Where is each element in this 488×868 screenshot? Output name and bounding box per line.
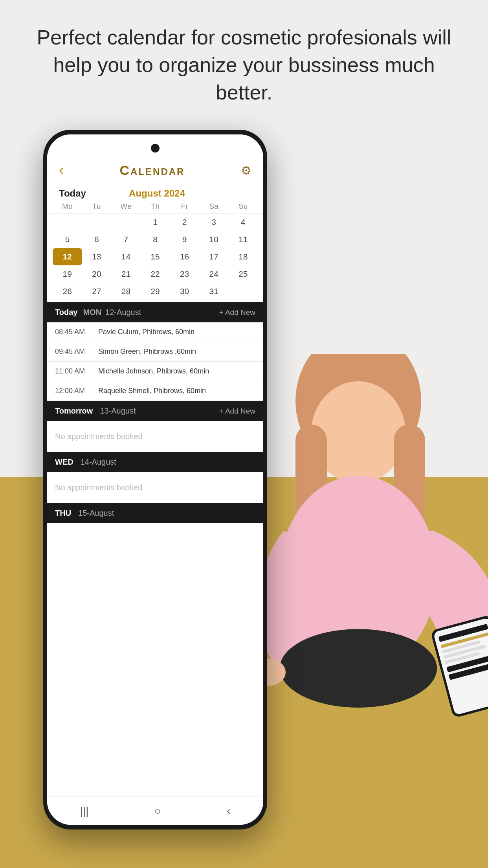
cal-cell[interactable] [82,213,112,231]
app-content: ‹ Calendar ⚙ Today August 2024 Mo Tu We … [47,134,263,825]
sched-date-12: 12-August [105,308,215,317]
cal-cell-5[interactable]: 5 [53,231,82,248]
appt-desc: Simon Green, Phibrows ,60min [98,348,196,356]
back-button[interactable]: ‹ [59,162,64,178]
cal-cell-11[interactable]: 11 [228,231,258,248]
cal-cell-17[interactable]: 17 [199,248,229,265]
sched-today-label: Today [55,308,77,317]
day-su: Su [228,202,258,211]
schedule-header-tomorrow: Tomorrow 13-August + Add New [47,401,263,421]
sched-tomorrow-label: Tomorrow [55,406,93,416]
cal-cell-29[interactable]: 29 [141,283,170,300]
month-label: August 2024 [129,188,185,199]
sched-date-13: 13-August [100,406,215,416]
add-new-button-today[interactable]: + Add New [219,308,255,317]
day-tu: Tu [82,202,112,211]
schedule-header-wed: WED 14-August [47,452,263,472]
no-appointments-wed: No appointments booked [47,472,263,503]
day-we: We [111,202,141,211]
cal-cell-3[interactable]: 3 [199,213,229,231]
cal-cell-22[interactable]: 22 [141,265,170,283]
cal-cell[interactable] [111,213,141,231]
cal-cell-27[interactable]: 27 [82,283,112,300]
cal-cell-31[interactable]: 31 [199,283,229,300]
cal-cell-16[interactable]: 16 [170,248,199,265]
cal-cell-10[interactable]: 10 [199,231,229,248]
cal-cell-12-today[interactable]: 12 [53,248,82,265]
day-sa: Sa [199,202,229,211]
nav-recents-icon[interactable]: ||| [80,805,89,817]
cal-cell-20[interactable]: 20 [82,265,112,283]
gear-icon[interactable]: ⚙ [241,164,251,177]
cal-cell[interactable] [53,213,82,231]
cal-cell-21[interactable]: 21 [111,265,141,283]
appt-row[interactable]: 12:00 AM Raquelle Shmell, Phibrows, 60mi… [47,381,263,401]
sched-wed-label: WED [55,458,73,467]
schedule-section: Today MON 12-August + Add New 08:45 AM P… [47,302,263,523]
nav-back-icon[interactable]: ‹ [227,805,230,817]
cal-cell-13[interactable]: 13 [82,248,112,265]
day-fr: Fr [170,202,199,211]
cal-cell-2[interactable]: 2 [170,213,199,231]
appt-row[interactable]: 09:45 AM Simon Green, Phibrows ,60min [47,342,263,362]
cal-cell-23[interactable]: 23 [170,265,199,283]
appt-row[interactable]: 11:00 AM Michelle Johnson, Phibrows, 60m… [47,362,263,381]
app-header: ‹ Calendar ⚙ [47,134,263,186]
cal-cell-15[interactable]: 15 [141,248,170,265]
appt-desc: Pavle Culum, Phibrows, 60min [98,328,194,336]
sched-day-mon: MON [83,308,101,317]
cal-cell-18[interactable]: 18 [228,248,258,265]
cal-cell-7[interactable]: 7 [111,231,141,248]
page-title: Calendar [120,163,185,178]
cal-cell-25[interactable]: 25 [228,265,258,283]
sched-thu-label: THU [55,509,71,518]
appt-desc: Michelle Johnson, Phibrows, 60min [98,367,209,375]
calendar-grid: 1 2 3 4 5 6 7 8 9 10 11 12 13 14 15 16 1… [47,213,263,300]
nav-home-icon[interactable]: ○ [154,805,161,817]
today-button[interactable]: Today [59,188,86,199]
calendar-nav: Today August 2024 [47,186,263,202]
cal-cell-24[interactable]: 24 [199,265,229,283]
appt-time: 12:00 AM [55,387,98,395]
cal-cell-8[interactable]: 8 [141,231,170,248]
svg-point-19 [280,629,437,708]
add-new-button-tomorrow[interactable]: + Add New [219,407,255,416]
phone-device: ‹ Calendar ⚙ Today August 2024 Mo Tu We … [43,130,267,829]
cal-cell-30[interactable]: 30 [170,283,199,300]
appt-desc: Raquelle Shmell, Phibrows, 60min [98,387,206,395]
phone-screen: ‹ Calendar ⚙ Today August 2024 Mo Tu We … [47,134,263,825]
day-mo: Mo [53,202,82,211]
appt-row[interactable]: 08:45 AM Pavle Culum, Phibrows, 60min [47,322,263,342]
day-names-row: Mo Tu We Th Fr Sa Su [47,202,263,213]
schedule-header-thu: THU 15-August [47,503,263,523]
cal-cell-26[interactable]: 26 [53,283,82,300]
schedule-header-today: Today MON 12-August + Add New [47,302,263,322]
cal-cell-9[interactable]: 9 [170,231,199,248]
appt-time: 11:00 AM [55,367,98,375]
cal-cell-empty [228,283,258,300]
sched-date-15: 15-August [78,509,255,518]
cal-cell-19[interactable]: 19 [53,265,82,283]
camera-dot [151,144,160,153]
nav-bar: ||| ○ ‹ [47,796,263,825]
no-appointments-tomorrow: No appointments booked [47,421,263,452]
sched-date-14: 14-August [81,458,251,467]
cal-cell-28[interactable]: 28 [111,283,141,300]
cal-cell-14[interactable]: 14 [111,248,141,265]
cal-cell-1[interactable]: 1 [141,213,170,231]
cal-cell-4[interactable]: 4 [228,213,258,231]
appt-time: 09:45 AM [55,348,98,356]
appt-time: 08:45 AM [55,328,98,336]
tagline: Perfect calendar for cosmetic profesiona… [0,0,488,122]
day-th: Th [141,202,170,211]
cal-cell-6[interactable]: 6 [82,231,112,248]
